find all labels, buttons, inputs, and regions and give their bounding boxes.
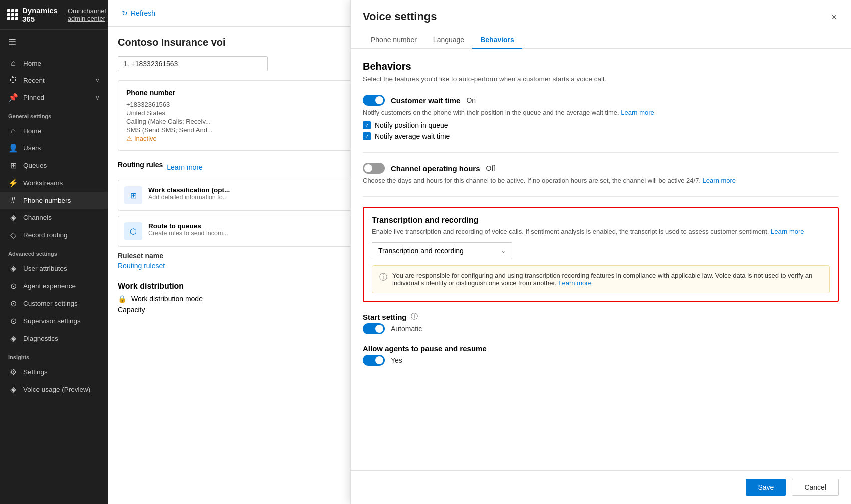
app-grid-icon bbox=[7, 9, 18, 20]
customer-wait-time-toggle-text: On bbox=[466, 96, 476, 104]
route-to-queues-icon: ⬡ bbox=[124, 222, 142, 240]
phone-status-label: Inactive bbox=[134, 135, 157, 142]
tab-behaviors[interactable]: Behaviors bbox=[472, 32, 522, 49]
app-subtitle[interactable]: Omnichannel admin center bbox=[68, 7, 106, 22]
tab-phone-number[interactable]: Phone number bbox=[363, 32, 425, 49]
sidebar-item-channels[interactable]: ◈ Channels bbox=[0, 209, 108, 226]
panel-footer: Save Cancel bbox=[351, 470, 851, 504]
supervisor-icon: ⊙ bbox=[8, 316, 18, 326]
sidebar-item-queues[interactable]: ⊞ Queues bbox=[0, 157, 108, 174]
transcription-learn-more-link[interactable]: Learn more bbox=[771, 228, 804, 235]
channel-operating-hours-section: Channel operating hours Off Choose the d… bbox=[363, 163, 839, 184]
user-attr-icon: ◈ bbox=[8, 264, 18, 273]
transcription-recording-section: Transcription and recording Enable live … bbox=[363, 207, 839, 302]
transcription-dropdown[interactable]: Transcription and recording ⌄ bbox=[372, 242, 512, 259]
sidebar-item-label: User attributes bbox=[23, 265, 100, 272]
panel-close-button[interactable]: × bbox=[829, 10, 839, 25]
users-icon: 👤 bbox=[8, 143, 18, 153]
sidebar-item-voice-usage[interactable]: ◈ Voice usage (Preview) bbox=[0, 381, 108, 398]
pin-icon: 📌 bbox=[8, 93, 18, 102]
allow-pause-resume-toggle[interactable] bbox=[363, 355, 385, 366]
sidebar-item-users[interactable]: 👤 Users bbox=[0, 139, 108, 157]
customer-settings-icon: ⊙ bbox=[8, 299, 18, 308]
channel-hours-label: Channel operating hours bbox=[391, 164, 480, 173]
notify-position-checkbox[interactable] bbox=[363, 121, 371, 129]
sidebar-item-record-routing[interactable]: ◇ Record routing bbox=[0, 226, 108, 244]
refresh-icon: ↻ bbox=[122, 9, 128, 17]
lock-icon: 🔒 bbox=[118, 295, 126, 303]
sidebar-item-label: Home bbox=[23, 60, 100, 67]
start-setting-label: Start setting bbox=[363, 313, 407, 321]
sidebar-item-workstreams[interactable]: ⚡ Workstreams bbox=[0, 174, 108, 192]
transcription-warning-learn-more[interactable]: Learn more bbox=[558, 279, 591, 287]
sidebar-item-supervisor-settings[interactable]: ⊙ Supervisor settings bbox=[0, 312, 108, 330]
route-to-queues-desc: Create rules to send incom... bbox=[148, 230, 228, 237]
work-distribution-mode-label: Work distribution mode bbox=[131, 295, 203, 303]
sidebar-item-label: Diagnostics bbox=[23, 335, 100, 342]
start-setting-row: Start setting ⓘ bbox=[363, 312, 839, 321]
diagnostics-icon: ◈ bbox=[8, 334, 18, 343]
voice-usage-icon: ◈ bbox=[8, 385, 18, 394]
save-button[interactable]: Save bbox=[746, 479, 786, 496]
routing-learn-more-link[interactable]: Learn more bbox=[167, 163, 203, 171]
advanced-settings-section-label: Advanced settings bbox=[0, 244, 108, 260]
sidebar-nav: ⌂ Home ⏱ Recent ∨ 📌 Pinned ∨ General set… bbox=[0, 55, 108, 504]
notify-avg-wait-checkbox[interactable] bbox=[363, 132, 371, 140]
app-title: Dynamics 365 bbox=[22, 6, 58, 23]
phone-icon: # bbox=[8, 196, 18, 205]
start-setting-info-icon[interactable]: ⓘ bbox=[411, 312, 418, 321]
general-settings-section-label: General settings bbox=[0, 106, 108, 122]
notify-avg-wait-label: Notify average wait time bbox=[375, 132, 450, 140]
customer-wait-time-label: Customer wait time bbox=[391, 96, 460, 105]
behaviors-desc: Select the features you'd like to auto-p… bbox=[363, 75, 839, 83]
sidebar-item-home2[interactable]: ⌂ Home bbox=[0, 122, 108, 139]
hamburger-menu-icon[interactable]: ☰ bbox=[0, 30, 108, 55]
sidebar-item-user-attributes[interactable]: ◈ User attributes bbox=[0, 260, 108, 277]
sidebar-item-label: Record routing bbox=[23, 231, 100, 239]
channel-hours-learn-more[interactable]: Learn more bbox=[703, 177, 736, 184]
customer-wait-time-learn-more[interactable]: Learn more bbox=[621, 109, 654, 116]
phone-input-value: 1. +18332361563 bbox=[123, 60, 178, 68]
channel-operating-hours-toggle[interactable] bbox=[363, 163, 385, 174]
record-routing-icon: ◇ bbox=[8, 230, 18, 240]
sidebar-item-label: Workstreams bbox=[23, 179, 100, 187]
customer-wait-time-desc: Notify customers on the phone with their… bbox=[363, 109, 839, 116]
cancel-button[interactable]: Cancel bbox=[792, 479, 839, 496]
sidebar-item-recent[interactable]: ⏱ Recent ∨ bbox=[0, 72, 108, 89]
panel-header: Voice settings × bbox=[351, 0, 851, 25]
channels-icon: ◈ bbox=[8, 213, 18, 222]
refresh-button[interactable]: ↻ Refresh bbox=[118, 7, 159, 19]
notify-position-label: Notify position in queue bbox=[375, 121, 448, 129]
routing-ruleset-link[interactable]: Routing ruleset bbox=[118, 262, 165, 270]
transcription-title: Transcription and recording bbox=[372, 216, 830, 225]
start-setting-toggle[interactable] bbox=[363, 323, 385, 334]
sidebar-item-home[interactable]: ⌂ Home bbox=[0, 55, 108, 72]
refresh-label: Refresh bbox=[131, 9, 155, 17]
allow-pause-resume-toggle-text: Yes bbox=[391, 356, 402, 364]
start-setting-toggle-row: Automatic bbox=[363, 323, 839, 334]
customer-wait-time-toggle[interactable] bbox=[363, 95, 385, 106]
panel-body: Behaviors Select the features you'd like… bbox=[351, 49, 851, 470]
chevron-down-icon: ⌄ bbox=[501, 247, 506, 254]
sidebar-item-label: Pinned bbox=[23, 94, 90, 101]
section-divider bbox=[363, 152, 839, 153]
transcription-dropdown-value: Transcription and recording bbox=[378, 247, 464, 255]
sidebar-item-insights-settings[interactable]: ⚙ Settings bbox=[0, 363, 108, 381]
sidebar-item-diagnostics[interactable]: ◈ Diagnostics bbox=[0, 330, 108, 347]
sidebar-item-label: Settings bbox=[23, 368, 100, 376]
agent-exp-icon: ⊙ bbox=[8, 281, 18, 291]
queues-icon: ⊞ bbox=[8, 161, 18, 170]
sidebar-item-label: Home bbox=[23, 127, 100, 135]
sidebar-item-pinned[interactable]: 📌 Pinned ∨ bbox=[0, 89, 108, 106]
workstreams-icon: ⚡ bbox=[8, 178, 18, 188]
main-area: ↻ Refresh Contoso Insurance voi 1. +1833… bbox=[108, 0, 851, 504]
allow-pause-resume-toggle-row: Yes bbox=[363, 355, 839, 366]
sidebar-item-phone-numbers[interactable]: # Phone numbers bbox=[0, 192, 108, 209]
allow-pause-resume-section: Allow agents to pause and resume Yes bbox=[363, 344, 839, 366]
work-classification-label: Work classification (opt... bbox=[148, 186, 230, 194]
sidebar-item-agent-experience[interactable]: ⊙ Agent experience bbox=[0, 277, 108, 295]
phone-input[interactable]: 1. +18332361563 bbox=[118, 56, 268, 71]
tab-language[interactable]: Language bbox=[425, 32, 472, 49]
sidebar-item-customer-settings[interactable]: ⊙ Customer settings bbox=[0, 295, 108, 312]
gear-icon: ⚙ bbox=[8, 367, 18, 377]
